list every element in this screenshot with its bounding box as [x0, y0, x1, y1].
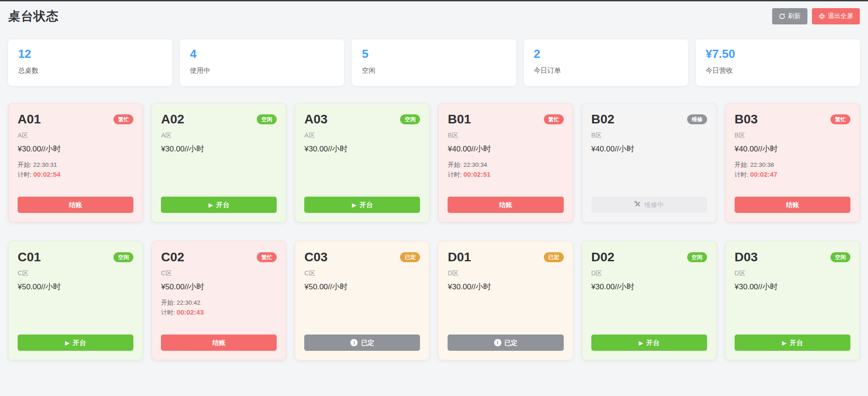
table-card: B02 维修 B区 ¥40.00//小时 开始: 计时: ▶ i: [582, 103, 717, 222]
action-button-label: 结账: [212, 339, 226, 347]
table-area: A区: [304, 132, 420, 140]
status-badge: 空闲: [113, 252, 133, 262]
table-name: B02: [591, 112, 614, 127]
table-area: B区: [735, 132, 850, 140]
table-area: A区: [18, 132, 133, 140]
table-area: A区: [161, 132, 277, 140]
refresh-icon: [779, 13, 785, 19]
page-header: 桌台状态 刷新: [8, 7, 860, 25]
timer-value: 00:02:54: [33, 170, 61, 178]
session-times: 开始: 22:30:38 计时: 00:02:47: [735, 160, 850, 179]
status-badge: 繁忙: [113, 114, 133, 124]
start-time-label: 开始:: [161, 299, 175, 306]
tables-grid: A01 繁忙 A区 ¥30.00//小时 开始: 22:30:31 计时: 00…: [8, 103, 860, 360]
card-spacer: [304, 292, 420, 335]
table-hourly-rate: ¥50.00//小时: [304, 282, 420, 292]
checkout-button[interactable]: ▶ i 结账: [448, 197, 563, 213]
action-button-label: 结账: [69, 201, 82, 209]
session-times: 开始: 22:30:34 计时: 00:02:51: [448, 160, 563, 179]
table-hourly-rate: ¥30.00//小时: [735, 282, 850, 292]
table-card: D01 已定 D区 ¥30.00//小时 开始: 计时: ▶ i: [438, 241, 573, 360]
reserved-button[interactable]: ▶ i 已定: [448, 335, 563, 351]
play-icon: ▶: [65, 340, 70, 346]
table-name: C01: [18, 250, 41, 264]
status-badge: 繁忙: [830, 114, 850, 124]
start-time-value: 22:30:31: [33, 161, 57, 168]
table-card: B03 繁忙 B区 ¥40.00//小时 开始: 22:30:38 计时: 00…: [725, 103, 860, 222]
checkout-button[interactable]: ▶ i 结账: [735, 197, 850, 213]
stat-label: 使用中: [190, 66, 334, 75]
card-spacer: [18, 292, 133, 335]
session-times: 开始: 22:30:42 计时: 00:02:43: [161, 298, 277, 317]
table-area: C区: [18, 269, 133, 278]
action-button-label: 结账: [499, 201, 512, 209]
window-top-edge: [0, 0, 868, 1]
table-name: C03: [304, 250, 327, 264]
table-hourly-rate: ¥30.00//小时: [161, 144, 277, 154]
maintenance-button: ▶ i 维修中: [591, 197, 707, 213]
toolbar: 刷新 退出全屏: [772, 8, 860, 24]
table-name: D01: [448, 250, 471, 264]
tools-icon: [634, 201, 641, 209]
table-area: C区: [161, 269, 277, 278]
table-name: D02: [591, 250, 614, 264]
table-card: B01 繁忙 B区 ¥40.00//小时 开始: 22:30:34 计时: 00…: [438, 103, 573, 222]
stat-value: 5: [362, 47, 506, 61]
table-card: A01 繁忙 A区 ¥30.00//小时 开始: 22:30:31 计时: 00…: [8, 103, 143, 222]
table-card: C02 繁忙 C区 ¥50.00//小时 开始: 22:30:42 计时: 00…: [151, 241, 286, 360]
table-hourly-rate: ¥50.00//小时: [18, 282, 133, 292]
stats-row: 12 总桌数 4 使用中 5 空闲 2 今日订单 ¥7.50 今日营收: [8, 39, 860, 86]
status-badge: 繁忙: [257, 252, 277, 262]
start-time-label: 开始:: [448, 161, 462, 168]
open-table-button[interactable]: ▶ i 开台: [735, 335, 850, 351]
action-button-label: 已定: [505, 339, 518, 347]
stat-card: 12 总桌数: [8, 39, 172, 86]
exit-fullscreen-button[interactable]: 退出全屏: [812, 8, 860, 24]
play-icon: ▶: [782, 340, 787, 346]
table-area: D区: [735, 269, 850, 278]
timer-label: 计时:: [735, 171, 749, 178]
action-button-label: 开台: [359, 201, 373, 209]
stat-value: 12: [18, 47, 162, 61]
stat-card: 5 空闲: [352, 39, 516, 86]
card-spacer: [735, 179, 850, 197]
open-table-button[interactable]: ▶ i 开台: [18, 335, 133, 351]
table-name: A02: [161, 112, 184, 127]
status-badge: 空闲: [830, 252, 850, 262]
reserved-button[interactable]: ▶ i 已定: [304, 335, 420, 351]
table-hourly-rate: ¥30.00//小时: [304, 144, 420, 154]
checkout-button[interactable]: ▶ i 结账: [161, 335, 277, 351]
timer-label: 计时:: [18, 171, 32, 178]
table-name: B03: [735, 112, 758, 127]
table-area: B区: [448, 132, 563, 140]
timer-label: 计时:: [448, 171, 462, 178]
table-area: D区: [448, 269, 563, 278]
info-icon: i: [494, 339, 501, 346]
table-hourly-rate: ¥30.00//小时: [448, 282, 563, 292]
play-icon: ▶: [639, 340, 643, 346]
table-hourly-rate: ¥40.00//小时: [591, 144, 707, 154]
timer-label: 计时:: [161, 309, 175, 316]
stat-card: 2 今日订单: [524, 39, 688, 86]
action-button-label: 开台: [646, 339, 660, 347]
open-table-button[interactable]: ▶ i 开台: [161, 197, 277, 213]
action-button-label: 结账: [786, 201, 799, 209]
start-time-label: 开始:: [735, 161, 749, 168]
checkout-button[interactable]: ▶ i 结账: [18, 197, 133, 213]
status-badge: 空闲: [400, 114, 420, 124]
info-icon: i: [350, 339, 358, 346]
table-card: D03 空闲 D区 ¥30.00//小时 开始: 计时: ▶ i: [725, 241, 860, 360]
start-time-value: 22:30:42: [177, 299, 201, 306]
table-area: B区: [591, 132, 707, 140]
play-icon: ▶: [208, 202, 213, 208]
open-table-button[interactable]: ▶ i 开台: [591, 335, 707, 351]
card-spacer: [591, 292, 707, 335]
status-badge: 已定: [544, 252, 564, 262]
open-table-button[interactable]: ▶ i 开台: [304, 197, 420, 213]
action-button-label: 开台: [73, 339, 86, 347]
refresh-button[interactable]: 刷新: [772, 8, 807, 24]
table-card: D02 空闲 D区 ¥30.00//小时 开始: 计时: ▶ i: [582, 241, 717, 360]
stat-label: 今日订单: [534, 66, 678, 75]
status-badge: 空闲: [257, 114, 277, 124]
stat-card: 4 使用中: [180, 39, 344, 86]
